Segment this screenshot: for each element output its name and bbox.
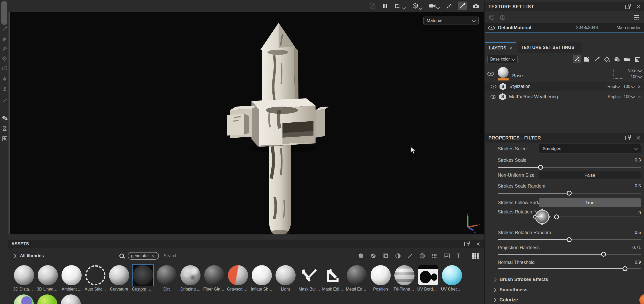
add-effect-icon[interactable] [573, 55, 581, 63]
paint-tool-icon[interactable] [2, 26, 8, 32]
remove-layer-icon[interactable] [638, 95, 641, 98]
opacity-dropdown[interactable]: 100 [631, 75, 641, 79]
undock-icon[interactable] [464, 242, 469, 246]
asset-thumbnail[interactable] [61, 294, 81, 304]
asset-item[interactable]: 3D Linear ... [37, 264, 59, 292]
viewport-3d[interactable]: Material y x z [10, 12, 484, 234]
eye-icon[interactable] [490, 95, 496, 99]
asset-item[interactable]: Mask Editor [322, 264, 344, 292]
scale-random-slider[interactable] [498, 193, 641, 194]
asset-item[interactable]: UV Border... [417, 264, 439, 292]
geometry-mode-icon[interactable] [411, 2, 423, 10]
filter-procedurals-icon[interactable] [419, 253, 425, 259]
section-colorize[interactable]: Colorize [493, 297, 518, 303]
rotation-dial[interactable] [532, 207, 551, 226]
filter-textures-icon[interactable] [444, 253, 450, 259]
tab-texture-set-settings[interactable]: TEXTURE SET SETTINGS [517, 42, 582, 53]
strokes-select-dropdown[interactable]: Smudges [539, 144, 641, 153]
close-tab-icon[interactable] [509, 47, 512, 50]
asset-item[interactable]: Dripping ... [179, 264, 201, 292]
mask-placeholder[interactable] [614, 69, 623, 79]
asset-thumbnail[interactable] [37, 294, 57, 304]
asset-item[interactable]: Ambient ... [60, 264, 82, 292]
clone-stamp-tool-icon[interactable] [2, 86, 8, 93]
filter-fonts-icon[interactable]: T [456, 252, 460, 259]
smudge-tool-icon[interactable] [2, 76, 8, 82]
quick-materials-icon[interactable] [2, 115, 8, 121]
undock-icon[interactable] [625, 5, 630, 9]
asset-thumbnail[interactable] [14, 294, 34, 304]
follow-surface-toggle[interactable]: True [539, 198, 641, 207]
particles-icon[interactable] [445, 2, 453, 10]
toolbar-scroll-handle[interactable] [1, 1, 7, 25]
eye-icon[interactable] [488, 26, 495, 30]
symmetry-disabled-icon[interactable] [368, 2, 377, 10]
filter-patterns-icon[interactable] [432, 253, 437, 259]
asset-item[interactable]: Position [370, 264, 392, 292]
add-smart-material-icon[interactable] [613, 55, 621, 63]
close-icon[interactable] [637, 5, 640, 9]
asset-item[interactable]: UV Checker [441, 264, 463, 292]
asset-item[interactable]: Mask Buil... [298, 264, 320, 292]
grid-view-icon[interactable] [472, 253, 479, 259]
perspective-view-icon[interactable] [394, 2, 406, 10]
list-options-icon[interactable] [634, 14, 640, 20]
polygon-fill-tool-icon[interactable] [2, 55, 8, 62]
remove-layer-icon[interactable] [638, 85, 641, 88]
undock-icon[interactable] [625, 136, 630, 140]
asset-item[interactable]: Tri-Planar ... [393, 264, 415, 292]
normal-threshold-slider[interactable] [498, 268, 641, 269]
viewport-display-mode-dropdown[interactable]: Material [423, 17, 479, 25]
channel-dropdown[interactable]: Base color [487, 55, 518, 63]
close-icon[interactable] [476, 242, 480, 246]
blend-mode-dropdown[interactable]: Repl [607, 84, 620, 89]
projection-tool-icon[interactable] [2, 46, 8, 52]
projection-hardness-slider[interactable] [498, 254, 641, 255]
pause-engine-icon[interactable] [381, 2, 389, 10]
smart-select-tool-icon[interactable] [2, 65, 8, 71]
camera-view-icon[interactable] [428, 2, 440, 10]
asset-item[interactable]: Inflate Shri... [251, 264, 273, 292]
search-tag-chip[interactable]: generator [128, 252, 159, 260]
filter-sets-icon[interactable] [499, 14, 506, 21]
asset-item[interactable]: Curvature [108, 264, 130, 292]
blend-mode-dropdown[interactable]: Repl [608, 94, 620, 99]
asset-item[interactable]: Light [274, 264, 296, 292]
eye-icon[interactable] [491, 85, 496, 88]
close-icon[interactable] [637, 136, 640, 140]
rotation-random-slider[interactable] [498, 239, 641, 240]
filter-filters-icon[interactable] [395, 253, 401, 259]
add-folder-icon[interactable] [623, 55, 631, 63]
rotation-slider[interactable] [557, 217, 641, 217]
asset-item[interactable]: Dirt [156, 264, 178, 292]
axis-gizmo[interactable]: y x z [463, 212, 482, 233]
chevron-right-icon[interactable] [12, 254, 17, 258]
section-smoothness[interactable]: Smoothness [493, 287, 527, 293]
filter-smart-materials-icon[interactable] [370, 253, 377, 259]
filter-smart-masks-icon[interactable] [383, 253, 389, 259]
layer-row-matfx[interactable]: S MatFx Rust Weathering Repl 100 [485, 92, 644, 101]
strokes-scale-slider[interactable] [498, 167, 641, 168]
eye-icon[interactable] [487, 72, 494, 76]
asset-item[interactable]: 3D Distance [13, 264, 35, 292]
non-uniform-toggle[interactable]: False [539, 171, 641, 180]
asset-item[interactable]: Auto Stitc... [84, 264, 106, 292]
layer-row-stylization[interactable]: S Stylization Repl 100 [485, 82, 644, 91]
library-selector[interactable]: All libraries [20, 253, 44, 258]
tab-layers[interactable]: LAYERS [485, 42, 516, 53]
bake-pending-icon[interactable] [2, 125, 8, 131]
asset-item[interactable]: Fiber Glass... [203, 264, 225, 292]
opacity-dropdown[interactable]: 100 [623, 84, 634, 89]
add-paint-layer-icon[interactable] [593, 55, 601, 63]
link-sets-icon[interactable] [488, 14, 495, 21]
delete-layer-icon[interactable] [633, 55, 641, 63]
display-settings-icon[interactable] [2, 136, 8, 142]
asset-item-selected[interactable]: Custom Dirt [132, 264, 154, 292]
layer-row-base[interactable]: Base Norm 100 [485, 66, 644, 81]
add-mask-bucket-icon[interactable] [603, 55, 611, 63]
eraser-tool-icon[interactable] [2, 36, 8, 42]
asset-item[interactable]: Grayscale ... [227, 264, 249, 292]
add-fill-layer-icon[interactable] [583, 55, 591, 63]
filter-brushes-icon[interactable] [407, 253, 413, 259]
filter-materials-icon[interactable] [358, 253, 364, 259]
